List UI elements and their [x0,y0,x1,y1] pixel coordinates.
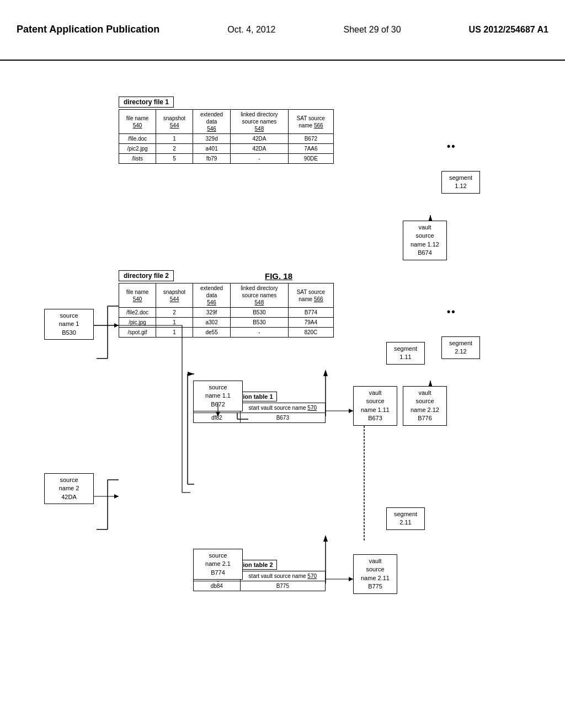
vault-source-name-2-12-box: vaultsourcename 2.12B776 [403,386,447,426]
svg-marker-6 [323,370,328,376]
vault-source-name-2-11-box: vaultsourcename 2.11B775 [353,554,397,594]
dots-top-1: •• [447,141,456,152]
source-name-2-1-box: sourcename 2.1B774 [193,549,243,580]
source-name-1-1-box: sourcename 1.1B672 [193,381,243,411]
segment-2-11-box: segment2.11 [386,507,425,530]
svg-marker-13 [188,372,194,376]
sheet-info: Sheet 29 of 30 [344,25,401,35]
svg-marker-15 [323,535,328,542]
svg-marker-18 [114,323,119,328]
page-header: Patent Application Publication Oct. 4, 2… [0,0,565,61]
dir-file-1-title: directory file 1 [119,97,174,108]
publication-date: Oct. 4, 2012 [227,25,275,35]
publication-title: Patent Application Publication [17,23,159,36]
patent-number: US 2012/254687 A1 [469,25,548,35]
segment-1-12-box: segment1.12 [441,171,480,194]
svg-marker-30 [114,494,119,499]
dir-file-2-title: directory file 2 [119,270,174,281]
directory-file-1-table: file name540 snapshot544 extendeddata546… [119,109,334,164]
svg-marker-26 [349,577,353,581]
dots-top-2: •• [447,306,456,318]
figure-label: FIG. 18 [265,271,292,281]
segment-1-11-box: segment1.11 [386,342,425,365]
segment-2-12-box: segment2.12 [441,336,480,359]
directory-file-2-table: file name540 snapshot544 extendeddata546… [119,283,334,338]
svg-marker-22 [349,409,353,413]
source-name-2-box: sourcename 242DA [44,473,94,504]
vault-source-name-1-11-box: vaultsourcename 1.11B673 [353,386,397,426]
source-name-1-box: sourcename 1B530 [44,309,94,340]
vault-source-name-1-12-box: vaultsourcename 1.12B674 [403,221,447,260]
